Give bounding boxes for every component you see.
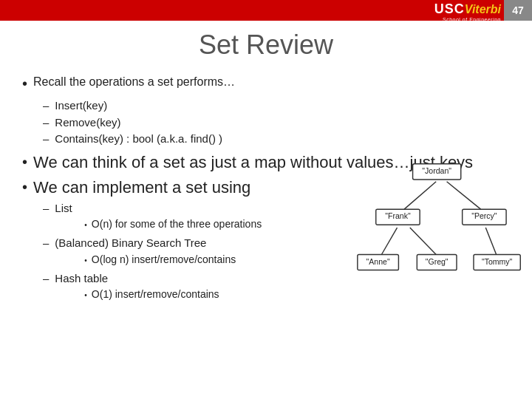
node-anne: "Anne" — [358, 255, 399, 270]
sub-sub-item-ologn: • O(log n) insert/remove/contains — [84, 252, 236, 267]
edge-jordan-percy — [447, 182, 481, 209]
sub-item-contains-text: Contains(key) : bool (a.k.a. find() ) — [55, 131, 222, 148]
node-frank-label: "Frank" — [385, 211, 411, 220]
node-jordan-label: "Jordan" — [422, 166, 451, 175]
node-greg-label: "Greg" — [426, 257, 449, 266]
bullet-1-subitems: – Insert(key) – Remove(key) – Contains(k… — [43, 98, 517, 148]
tree-svg: "Jordan" "Frank" "Percy" "Anne" "Greg" "… — [355, 155, 525, 303]
node-anne-label: "Anne" — [366, 257, 390, 266]
node-tommy-label: "Tommy" — [482, 257, 513, 266]
sub-item-insert-text: Insert(key) — [55, 98, 107, 115]
sub-item-insert: – Insert(key) — [43, 98, 517, 115]
edge-frank-anne — [381, 228, 397, 254]
sub-sub-list-2: • O(1) insert/remove/contains — [84, 287, 219, 302]
bullet-1-text: Recall the operations a set performs… — [33, 74, 235, 90]
logo-area: USCViterbi School of Engineering — [434, 1, 501, 22]
sub-sub-list-0: • O(n) for some of the three operations — [84, 216, 262, 232]
node-greg: "Greg" — [417, 255, 457, 270]
sub-item-bst-label: (Balanced) Binary Search Tree — [55, 236, 206, 249]
sub-item-hash-label: Hash table — [55, 272, 108, 284]
sub-sub-item-on: • O(n) for some of the three operations — [84, 216, 262, 232]
bullet-dot-2: • — [22, 152, 27, 171]
sub-sub-item-o1-text: O(1) insert/remove/contains — [92, 287, 219, 302]
sub-item-remove-text: Remove(key) — [55, 115, 120, 132]
node-jordan: "Jordan" — [413, 164, 461, 180]
node-percy-label: "Percy" — [471, 211, 497, 220]
sub-sub-list-1: • O(log n) insert/remove/contains — [84, 252, 236, 267]
edge-frank-greg — [410, 228, 436, 254]
sub-item-contains: – Contains(key) : bool (a.k.a. find() ) — [43, 131, 517, 148]
node-frank: "Frank" — [376, 209, 420, 225]
tree-diagram: "Jordan" "Frank" "Percy" "Anne" "Greg" "… — [355, 155, 525, 303]
logo-usc: USCViterbi — [434, 1, 501, 17]
sub-sub-item-on-text: O(n) for some of the three operations — [92, 216, 262, 232]
sub-item-remove: – Remove(key) — [43, 115, 517, 132]
sub-item-list-label: List — [55, 202, 72, 214]
bullet-dot-3: • — [22, 177, 27, 197]
node-percy: "Percy" — [463, 209, 506, 225]
edge-percy-tommy — [485, 228, 496, 254]
sub-sub-item-ologn-text: O(log n) insert/remove/contains — [92, 252, 236, 267]
bullet-1: • Recall the operations a set performs… — [22, 74, 517, 93]
slide-number: 47 — [504, 0, 532, 21]
sub-sub-item-o1: • O(1) insert/remove/contains — [84, 287, 219, 302]
node-tommy: "Tommy" — [474, 255, 520, 270]
slide-title: Set Review — [0, 21, 532, 66]
edge-jordan-frank — [404, 182, 436, 209]
bullet-dot-1: • — [22, 74, 27, 93]
bullet-3-text: We can implement a set using — [33, 177, 250, 199]
